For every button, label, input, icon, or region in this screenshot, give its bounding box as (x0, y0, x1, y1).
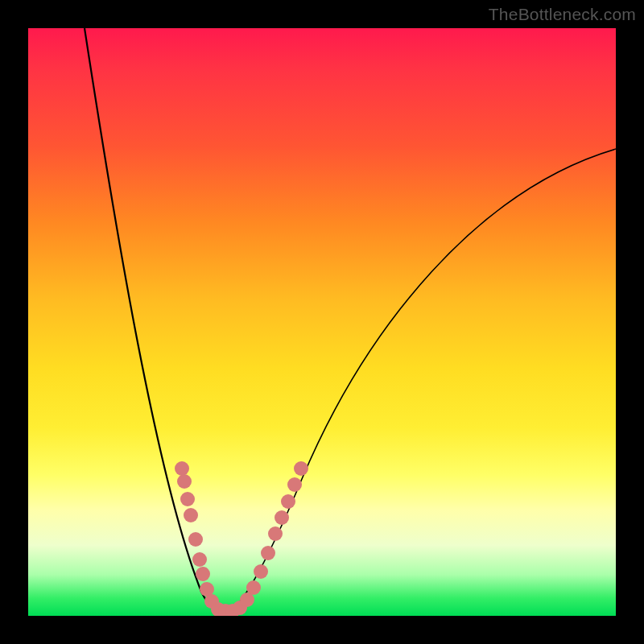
curve-right (225, 149, 616, 613)
data-dot (287, 477, 302, 492)
data-dot (177, 474, 192, 489)
data-dot (294, 461, 308, 476)
data-dots-group (175, 461, 308, 616)
curve-left (85, 28, 225, 613)
plot-area (28, 28, 616, 616)
data-dot (175, 461, 189, 476)
data-dot (192, 552, 207, 567)
data-dot (275, 510, 289, 525)
watermark-text: TheBottleneck.com (489, 5, 636, 24)
chart-svg (28, 28, 616, 616)
data-dot (246, 580, 261, 595)
chart-container: TheBottleneck.com (0, 0, 644, 644)
data-dot (180, 492, 195, 506)
data-dot (281, 494, 295, 509)
data-dot (196, 567, 210, 581)
data-dot (268, 526, 283, 541)
data-dot (184, 508, 198, 522)
data-dot (188, 532, 203, 547)
data-dot (261, 546, 275, 560)
data-dot (254, 564, 268, 579)
